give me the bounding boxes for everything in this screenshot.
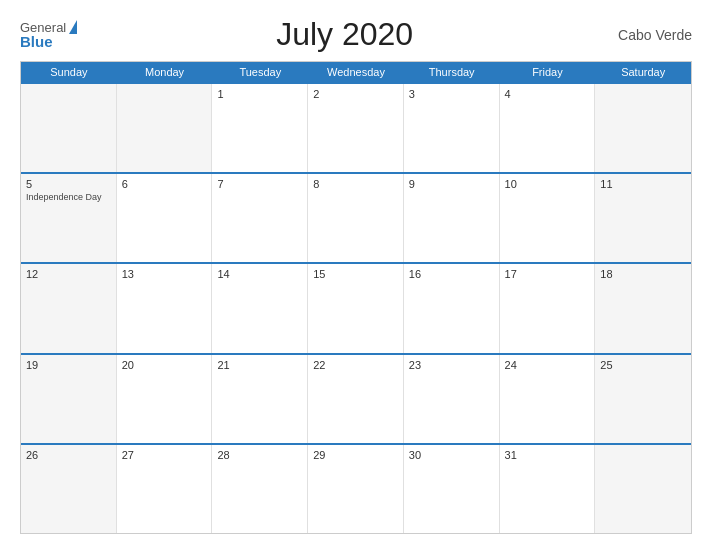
calendar-cell: 19	[21, 355, 117, 443]
calendar-cell: 3	[404, 84, 500, 172]
calendar-cell: 13	[117, 264, 213, 352]
day-number: 18	[600, 268, 686, 280]
day-number: 25	[600, 359, 686, 371]
calendar-cell: 26	[21, 445, 117, 533]
calendar-cell: 18	[595, 264, 691, 352]
calendar-cell: 17	[500, 264, 596, 352]
day-number: 13	[122, 268, 207, 280]
day-number: 27	[122, 449, 207, 461]
calendar-cell: 21	[212, 355, 308, 443]
calendar-cell: 9	[404, 174, 500, 262]
calendar-cell: 24	[500, 355, 596, 443]
day-of-week-saturday: Saturday	[595, 62, 691, 82]
logo-blue-text: Blue	[20, 34, 53, 49]
day-number: 22	[313, 359, 398, 371]
day-of-week-tuesday: Tuesday	[212, 62, 308, 82]
day-number: 17	[505, 268, 590, 280]
logo-general-text: General	[20, 21, 66, 34]
day-number: 6	[122, 178, 207, 190]
day-number: 14	[217, 268, 302, 280]
calendar-cell: 8	[308, 174, 404, 262]
calendar-cell: 6	[117, 174, 213, 262]
day-number: 12	[26, 268, 111, 280]
calendar-cell	[595, 445, 691, 533]
calendar-cell: 23	[404, 355, 500, 443]
day-number: 9	[409, 178, 494, 190]
day-number: 28	[217, 449, 302, 461]
calendar-cell: 27	[117, 445, 213, 533]
logo: General Blue	[20, 20, 77, 49]
calendar-cell: 14	[212, 264, 308, 352]
calendar-cell: 16	[404, 264, 500, 352]
day-of-week-friday: Friday	[500, 62, 596, 82]
day-number: 2	[313, 88, 398, 100]
day-number: 24	[505, 359, 590, 371]
calendar-week-2: 5Independence Day67891011	[21, 172, 691, 262]
calendar: SundayMondayTuesdayWednesdayThursdayFrid…	[20, 61, 692, 534]
calendar-title: July 2020	[77, 16, 612, 53]
header: General Blue July 2020 Cabo Verde	[20, 16, 692, 53]
day-number: 4	[505, 88, 590, 100]
calendar-cell: 15	[308, 264, 404, 352]
calendar-week-3: 12131415161718	[21, 262, 691, 352]
calendar-cell: 5Independence Day	[21, 174, 117, 262]
calendar-cell: 20	[117, 355, 213, 443]
day-number: 5	[26, 178, 111, 190]
day-number: 31	[505, 449, 590, 461]
day-number: 30	[409, 449, 494, 461]
calendar-week-4: 19202122232425	[21, 353, 691, 443]
page: General Blue July 2020 Cabo Verde Sunday…	[0, 0, 712, 550]
day-number: 26	[26, 449, 111, 461]
day-of-week-wednesday: Wednesday	[308, 62, 404, 82]
calendar-cell: 2	[308, 84, 404, 172]
calendar-cell: 10	[500, 174, 596, 262]
calendar-cell: 22	[308, 355, 404, 443]
day-number: 29	[313, 449, 398, 461]
day-number: 1	[217, 88, 302, 100]
calendar-header: SundayMondayTuesdayWednesdayThursdayFrid…	[21, 62, 691, 82]
calendar-cell: 25	[595, 355, 691, 443]
calendar-week-1: 1234	[21, 82, 691, 172]
calendar-cell: 7	[212, 174, 308, 262]
calendar-week-5: 262728293031	[21, 443, 691, 533]
day-number: 8	[313, 178, 398, 190]
day-of-week-thursday: Thursday	[404, 62, 500, 82]
day-number: 15	[313, 268, 398, 280]
logo-triangle-icon	[69, 20, 77, 34]
calendar-cell	[21, 84, 117, 172]
day-number: 21	[217, 359, 302, 371]
calendar-cell: 29	[308, 445, 404, 533]
day-number: 3	[409, 88, 494, 100]
calendar-event: Independence Day	[26, 192, 111, 202]
day-number: 23	[409, 359, 494, 371]
day-number: 20	[122, 359, 207, 371]
calendar-cell: 11	[595, 174, 691, 262]
calendar-cell: 12	[21, 264, 117, 352]
day-number: 19	[26, 359, 111, 371]
calendar-cell	[595, 84, 691, 172]
day-number: 16	[409, 268, 494, 280]
day-of-week-sunday: Sunday	[21, 62, 117, 82]
day-of-week-monday: Monday	[117, 62, 213, 82]
day-number: 11	[600, 178, 686, 190]
calendar-cell: 4	[500, 84, 596, 172]
day-number: 10	[505, 178, 590, 190]
calendar-cell: 1	[212, 84, 308, 172]
calendar-cell: 28	[212, 445, 308, 533]
calendar-body: 12345Independence Day6789101112131415161…	[21, 82, 691, 533]
country-label: Cabo Verde	[612, 27, 692, 43]
day-number: 7	[217, 178, 302, 190]
calendar-cell: 31	[500, 445, 596, 533]
calendar-cell: 30	[404, 445, 500, 533]
calendar-cell	[117, 84, 213, 172]
